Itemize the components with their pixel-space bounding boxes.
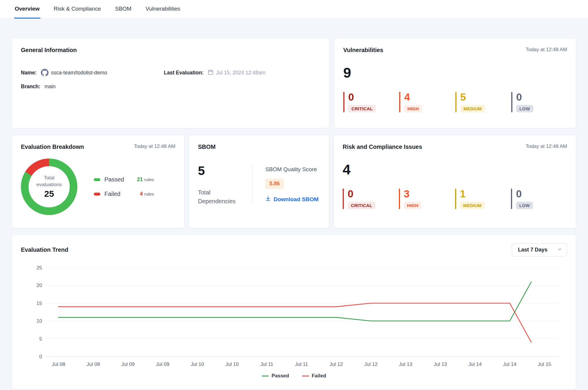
passed-label: Passed — [104, 176, 130, 183]
risk-compliance-severity-row: 0 CRITICAL 3 HIGH 1 MEDIUM — [343, 189, 567, 209]
evaluations-donut-chart: Total evaluations 25 — [21, 159, 77, 215]
name-label: Name: — [21, 70, 37, 76]
legend-item-passed[interactable]: Passed 21rules — [94, 176, 154, 183]
severity-bar — [399, 189, 400, 209]
severity-bar — [343, 189, 344, 209]
x-tick-label: Jul 10 — [225, 361, 239, 367]
sbom-quality-score-badge: 5.86 — [265, 179, 284, 189]
evaluation-breakdown-timestamp: Today at 12:48 AM — [134, 144, 175, 149]
vuln-low-count: 0 — [516, 92, 522, 103]
x-tick-label: Jul 14 — [468, 361, 482, 367]
low-badge: LOW — [516, 202, 533, 209]
failed-line-swatch-icon — [302, 376, 309, 376]
vulnerabilities-severity-row: 0 CRITICAL 4 HIGH 5 MEDIUM — [343, 92, 567, 112]
branch-label: Branch: — [21, 84, 40, 90]
passed-unit: rules — [144, 177, 154, 182]
y-tick-label: 0 — [39, 354, 42, 359]
y-tick-label: 10 — [36, 318, 42, 324]
chart-legend: Passed Failed — [21, 373, 567, 379]
y-tick-label: 25 — [36, 265, 42, 271]
risk-compliance-total: 4 — [343, 163, 567, 177]
sbom-title: SBOM — [198, 144, 216, 150]
passed-line-swatch-icon — [262, 376, 269, 376]
low-badge: LOW — [516, 105, 533, 112]
critical-badge: CRITICAL — [348, 105, 376, 112]
risk-compliance-timestamp: Today at 12:48 AM — [526, 144, 567, 149]
trend-line-passed — [59, 282, 531, 321]
passed-count: 21 — [137, 176, 143, 182]
chart-legend-failed[interactable]: Failed — [302, 373, 326, 379]
risk-high-tile: 3 HIGH — [399, 189, 455, 209]
vulnerabilities-timestamp: Today at 12:48 AM — [526, 47, 567, 53]
risk-medium-tile: 1 MEDIUM — [455, 189, 511, 209]
failed-unit: rules — [144, 191, 154, 196]
evaluation-trend-card: Evaluation Trend Last 7 Days 0510152025J… — [12, 235, 576, 389]
sbom-total-dependencies: 5 — [198, 164, 252, 178]
x-tick-label: Jul 09 — [121, 361, 134, 367]
page-content: General Information Name: ssca-team/todo… — [0, 19, 588, 389]
x-tick-label: Jul 14 — [503, 361, 516, 367]
risk-critical-count: 0 — [348, 189, 353, 199]
medium-badge: MEDIUM — [460, 105, 485, 112]
donut-center-label: Total evaluations — [33, 175, 65, 188]
vuln-medium-count: 5 — [460, 92, 466, 103]
failed-label: Failed — [104, 191, 130, 197]
evaluation-trend-title: Evaluation Trend — [21, 246, 68, 253]
x-tick-label: Jul 12 — [329, 361, 343, 367]
high-badge: HIGH — [404, 202, 422, 209]
x-tick-label: Jul 12 — [364, 361, 377, 367]
download-icon — [265, 196, 271, 203]
donut-center-value: 25 — [44, 189, 54, 199]
general-information-card: General Information Name: ssca-team/todo… — [12, 38, 329, 128]
failed-swatch-icon — [94, 193, 100, 196]
trend-line-failed — [59, 303, 531, 342]
x-tick-label: Jul 15 — [538, 361, 551, 367]
x-tick-label: Jul 08 — [86, 361, 100, 367]
severity-bar — [399, 92, 400, 112]
risk-critical-tile: 0 CRITICAL — [343, 189, 399, 209]
vuln-low-tile: 0 LOW — [511, 92, 567, 112]
x-tick-label: Jul 09 — [156, 361, 169, 367]
repo-name-value: ssca-team/todolist-demo — [51, 70, 107, 76]
tab-overview[interactable]: Overview — [14, 0, 40, 19]
vulnerabilities-total: 9 — [343, 66, 567, 80]
branch-value: main — [44, 84, 56, 90]
severity-bar — [455, 189, 456, 209]
x-tick-label: Jul 08 — [52, 361, 65, 367]
x-tick-label: Jul 11 — [260, 361, 273, 367]
risk-compliance-card: Risk and Compliance Issues Today at 12:4… — [334, 135, 576, 228]
evaluation-breakdown-card: Evaluation Breakdown Today at 12:48 AM T… — [12, 135, 184, 228]
download-sbom-link[interactable]: Download SBOM — [265, 196, 319, 203]
y-tick-label: 15 — [36, 301, 42, 306]
x-tick-label: Jul 11 — [295, 361, 308, 367]
risk-low-count: 0 — [516, 189, 522, 199]
chart-legend-passed[interactable]: Passed — [262, 373, 289, 379]
passed-swatch-icon — [94, 178, 100, 181]
risk-high-count: 3 — [404, 189, 409, 199]
severity-bar — [343, 92, 344, 112]
time-range-dropdown[interactable]: Last 7 Days — [512, 243, 567, 256]
vulnerabilities-title: Vulnerabilities — [343, 47, 383, 54]
vuln-high-count: 4 — [404, 92, 410, 103]
severity-bar — [511, 92, 512, 112]
vuln-high-tile: 4 HIGH — [399, 92, 455, 112]
x-tick-label: Jul 10 — [191, 361, 204, 367]
x-tick-label: Jul 13 — [399, 361, 412, 367]
vuln-medium-tile: 5 MEDIUM — [455, 92, 511, 112]
x-tick-label: Jul 13 — [434, 361, 447, 367]
last-evaluation-value: Jul 15, 2024 12:48am — [216, 70, 265, 76]
vuln-critical-count: 0 — [348, 92, 354, 103]
evaluation-breakdown-title: Evaluation Breakdown — [21, 144, 84, 150]
y-tick-label: 20 — [36, 283, 42, 288]
tab-vulnerabilities[interactable]: Vulnerabilities — [145, 0, 181, 19]
risk-compliance-title: Risk and Compliance Issues — [343, 144, 422, 150]
risk-low-tile: 0 LOW — [511, 189, 567, 209]
evaluation-trend-chart: 0510152025Jul 08Jul 08Jul 09Jul 09Jul 10… — [21, 259, 573, 369]
legend-item-failed[interactable]: Failed 4rules — [94, 191, 154, 197]
tab-sbom[interactable]: SBOM — [114, 0, 132, 19]
failed-count: 4 — [140, 191, 143, 197]
tab-risk-compliance[interactable]: Risk & Compliance — [53, 0, 102, 19]
last-evaluation-label: Last Evaluation: — [164, 70, 204, 76]
severity-bar — [455, 92, 457, 112]
chevron-down-icon — [557, 247, 562, 253]
